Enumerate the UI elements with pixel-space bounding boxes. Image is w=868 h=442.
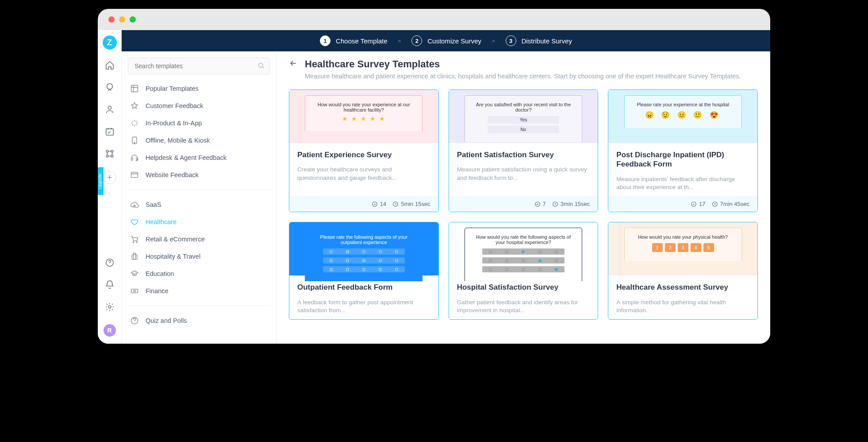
category-label: Healthcare — [146, 218, 177, 225]
category-in-product-in-app[interactable]: In-Product & In-App — [128, 115, 270, 131]
category-hospitality-travel[interactable]: Hospitality & Travel — [128, 248, 270, 264]
card-title: Post Discharge Inpatient (IPD) Feedback … — [616, 150, 749, 169]
content: Popular TemplatesCustomer FeedbackIn-Pro… — [122, 51, 770, 344]
icon-rail: Z + Upgrade R — [98, 30, 122, 344]
svg-point-21 — [134, 290, 135, 292]
step-2[interactable]: 2 Customize Survey — [411, 35, 481, 46]
svg-point-18 — [136, 241, 138, 243]
user-icon[interactable] — [105, 105, 115, 116]
star-icon — [130, 101, 139, 110]
preview-prompt: Are you satisfied with your recent visit… — [472, 102, 575, 112]
category-saas[interactable]: SaaS — [128, 197, 270, 213]
money-icon — [130, 287, 139, 295]
step-3[interactable]: 3 Distribute Survey — [506, 35, 572, 46]
window-maximize-dot[interactable] — [130, 16, 136, 23]
category-label: Website Feedback — [146, 171, 199, 178]
page-head: Healthcare Survey Templates — [289, 58, 758, 70]
window-minimize-dot[interactable] — [119, 16, 125, 23]
page-title: Healthcare Survey Templates — [305, 58, 440, 70]
brand-logo[interactable]: Z — [103, 35, 117, 50]
category-customer-feedback[interactable]: Customer Feedback — [128, 98, 270, 114]
workflow-icon[interactable] — [105, 149, 115, 160]
step-1[interactable]: 1 Choose Template — [320, 35, 387, 46]
card-description: Gather patient feedback and identify are… — [457, 299, 590, 315]
card-footer: 177min 45sec — [608, 196, 757, 212]
svg-rect-15 — [131, 172, 138, 178]
calendar-icon[interactable] — [105, 127, 115, 138]
svg-rect-10 — [131, 85, 138, 92]
browser-icon — [130, 171, 139, 179]
svg-rect-13 — [131, 158, 133, 160]
back-arrow-icon[interactable] — [289, 59, 298, 70]
category-popular-templates[interactable]: Popular Templates — [128, 81, 270, 97]
duration: 3min 15sec — [552, 201, 590, 207]
category-healthcare[interactable]: Healthcare — [128, 214, 270, 230]
card-title: Healthcare Assessment Survey — [616, 283, 749, 292]
app-root: Z + Upgrade R 1 Choose Template » — [98, 30, 770, 344]
template-cards-grid: How would you rate your experience at ou… — [289, 89, 758, 320]
feedback-icon[interactable] — [105, 82, 115, 94]
card-body: Healthcare Assessment SurveyA simple met… — [608, 275, 757, 319]
question-count: 14 — [372, 201, 386, 207]
template-card[interactable]: How would you rate the following aspects… — [449, 222, 599, 320]
card-body: Hospital Satisfaction SurveyGather patie… — [449, 275, 598, 319]
preview-prompt: How would you rate the following aspects… — [472, 234, 575, 245]
page-description: Measure healthcare and patient experienc… — [305, 73, 758, 80]
category-label: Popular Templates — [146, 85, 199, 92]
svg-point-12 — [134, 142, 135, 143]
category-label: Finance — [146, 287, 169, 295]
titlebar — [98, 9, 770, 30]
headset-icon — [130, 153, 139, 162]
card-body: Patient Experience SurveyCreate your hea… — [289, 143, 438, 196]
template-card[interactable]: Please rate the following aspects of you… — [289, 222, 439, 320]
step-3-label: Distribute Survey — [522, 37, 572, 45]
category-helpdesk-agent-feedback[interactable]: Helpdesk & Agent Feedback — [128, 150, 270, 166]
cart-icon — [130, 235, 139, 244]
card-footer: 145min 15sec — [289, 196, 438, 212]
card-title: Patient Experience Survey — [297, 150, 430, 159]
duration: 7min 45sec — [712, 201, 749, 207]
home-icon[interactable] — [105, 60, 115, 72]
category-education[interactable]: Education — [128, 266, 270, 282]
category-label: Quiz and Polls — [146, 317, 187, 324]
svg-point-16 — [134, 205, 135, 206]
category-website-feedback[interactable]: Website Feedback — [128, 167, 270, 183]
template-card[interactable]: Please rate your experience at the hospi… — [608, 89, 758, 212]
search-icon — [257, 62, 265, 71]
upgrade-tab[interactable]: Upgrade — [98, 167, 104, 195]
settings-icon[interactable] — [105, 302, 115, 314]
stepper: 1 Choose Template » 2 Customize Survey »… — [122, 30, 770, 51]
category-quiz-and-polls[interactable]: Quiz and Polls — [128, 313, 270, 329]
category-finance[interactable]: Finance — [128, 283, 270, 299]
add-button[interactable]: + — [103, 171, 116, 184]
template-card[interactable]: Are you satisfied with your recent visit… — [449, 89, 599, 212]
card-footer: 73min 15sec — [449, 196, 598, 212]
card-preview: Please rate the following aspects of you… — [289, 222, 438, 275]
card-body: Outpatient Feedback FormA feedback form … — [289, 275, 438, 319]
category-label: Hospitality & Travel — [146, 253, 200, 260]
category-label: Customer Feedback — [146, 102, 204, 109]
category-label: Retail & eCommerce — [146, 236, 205, 243]
tablet-icon — [130, 136, 139, 145]
card-preview: How would you rate the following aspects… — [449, 222, 598, 275]
template-card[interactable]: How would you rate your experience at ou… — [289, 89, 439, 212]
help-icon[interactable] — [105, 258, 115, 269]
template-card[interactable]: How would you rate your physical health?… — [608, 222, 758, 320]
category-list: Popular TemplatesCustomer FeedbackIn-Pro… — [128, 81, 270, 329]
notifications-icon[interactable] — [105, 280, 115, 291]
card-title: Hospital Satisfaction Survey — [457, 283, 590, 292]
category-retail-ecommerce[interactable]: Retail & eCommerce — [128, 231, 270, 247]
quiz-icon — [130, 316, 139, 325]
svg-point-4 — [111, 150, 113, 152]
user-avatar[interactable]: R — [104, 324, 116, 337]
step-sep: » — [492, 38, 495, 44]
svg-rect-14 — [136, 158, 138, 160]
search-input[interactable] — [128, 58, 270, 74]
preview-prompt: Please rate the following aspects of you… — [312, 234, 415, 245]
category-offline-mobile-kiosk[interactable]: Offline, Mobile & Kiosk — [128, 132, 270, 148]
cloud-icon — [130, 200, 139, 209]
question-count: 7 — [534, 201, 546, 207]
window-close-dot[interactable] — [108, 16, 115, 23]
card-title: Outpatient Feedback Form — [297, 283, 430, 292]
heart-icon — [130, 217, 139, 226]
